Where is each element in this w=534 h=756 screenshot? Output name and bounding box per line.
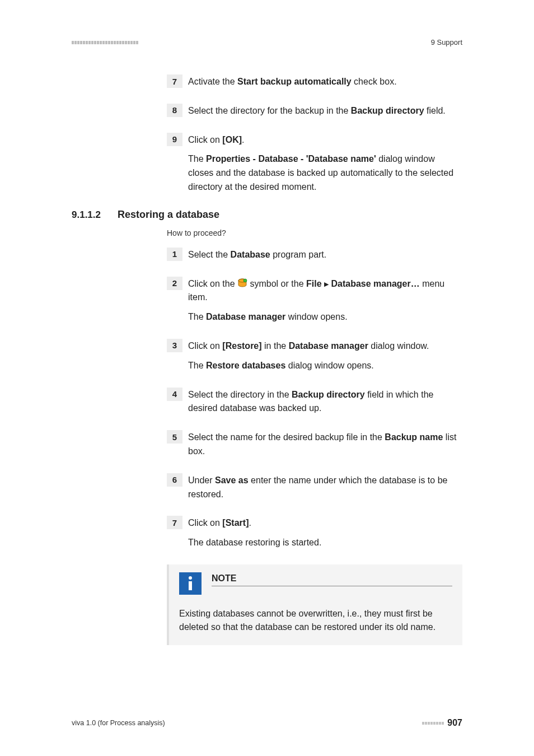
step-number: 1	[167, 248, 182, 261]
step-number: 7	[167, 74, 182, 88]
header-decor	[72, 41, 138, 44]
section-title: Restoring a database	[118, 209, 219, 221]
steps-block-a: 7Activate the Start backup automatically…	[167, 74, 462, 194]
step: 8Select the directory for the backup in …	[167, 104, 462, 118]
step-body: Click on [Start].The database restoring …	[188, 516, 462, 550]
step-number: 6	[167, 473, 182, 487]
step-body: Select the Database program part.	[188, 248, 462, 262]
step: 7Click on [Start].The database restoring…	[167, 516, 462, 550]
note-box: NOTE Existing databases cannot be overwr…	[167, 564, 462, 645]
database-icon	[237, 278, 247, 288]
step-body: Select the directory for the backup in t…	[188, 104, 462, 118]
footer-decor	[422, 722, 444, 725]
step-body: Click on [Restore] in the Database manag…	[188, 339, 462, 373]
footer-product: viva 1.0 (for Process analysis)	[72, 719, 165, 727]
step-number: 8	[167, 104, 182, 117]
step: 5Select the name for the desired backup …	[167, 430, 462, 459]
step-number: 5	[167, 430, 182, 444]
step-number: 2	[167, 277, 182, 290]
step: 3Click on [Restore] in the Database mana…	[167, 339, 462, 373]
step-body: Click on [OK].The Properties - Database …	[188, 133, 462, 194]
step-body: Activate the Start backup automatically …	[188, 74, 462, 89]
page-footer: viva 1.0 (for Process analysis) 907	[72, 718, 462, 728]
step-number: 4	[167, 388, 182, 401]
step-body: Select the directory in the Backup direc…	[188, 388, 462, 416]
page-number: 907	[447, 718, 462, 728]
header-section-label: 9 Support	[431, 38, 462, 46]
step-number: 3	[167, 339, 182, 352]
step: 9Click on [OK].The Properties - Database…	[167, 133, 462, 194]
step: 2Click on the symbol or the File ▶ Datab…	[167, 277, 462, 324]
step-body: Select the name for the desired backup f…	[188, 430, 462, 459]
note-wrapper: NOTE Existing databases cannot be overwr…	[167, 564, 462, 645]
step-body: Under Save as enter the name under which…	[188, 473, 462, 502]
step-number: 7	[167, 516, 182, 529]
section-number: 9.1.1.2	[72, 209, 101, 221]
steps-block-b: 1Select the Database program part.2Click…	[167, 248, 462, 550]
step-number: 9	[167, 133, 182, 146]
svg-point-2	[243, 279, 247, 282]
info-icon	[179, 572, 202, 595]
note-title: NOTE	[212, 573, 452, 586]
step: 4Select the directory in the Backup dire…	[167, 388, 462, 416]
how-to-proceed: How to proceed?	[167, 228, 462, 237]
step: 1Select the Database program part.	[167, 248, 462, 262]
page-header: 9 Support	[72, 38, 462, 46]
step-body: Click on the symbol or the File ▶ Databa…	[188, 277, 462, 324]
section-heading: 9.1.1.2 Restoring a database	[72, 209, 462, 221]
step: 6Under Save as enter the name under whic…	[167, 473, 462, 502]
note-body: Existing databases cannot be overwritten…	[179, 607, 452, 634]
step: 7Activate the Start backup automatically…	[167, 74, 462, 89]
